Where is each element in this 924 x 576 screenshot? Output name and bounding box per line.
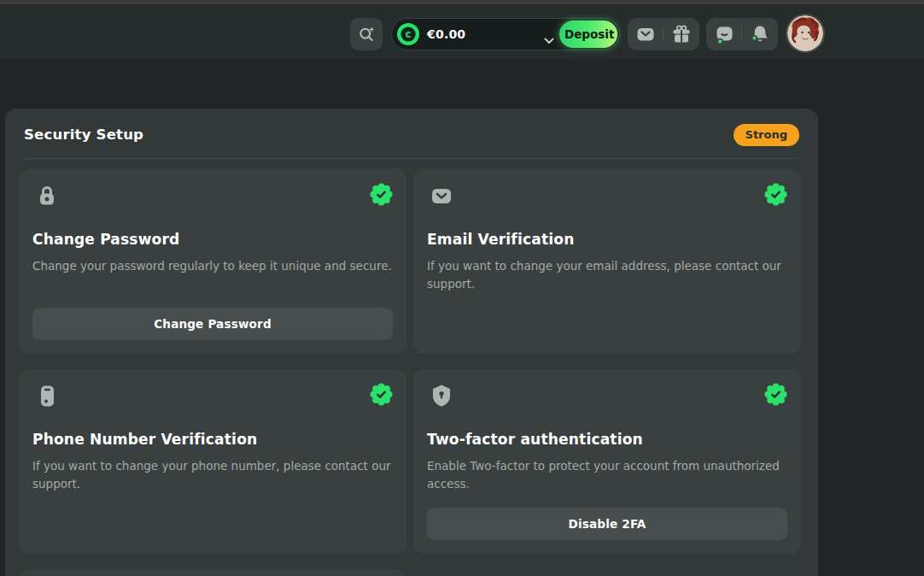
mail-button[interactable]: [628, 18, 663, 50]
bell-icon: [750, 24, 770, 44]
verified-badge-icon: [370, 183, 393, 206]
change-password-card: Change Password Change your password reg…: [19, 169, 406, 354]
chat-notifications-button-group: [706, 18, 778, 50]
change-password-button[interactable]: Change Password: [32, 308, 393, 340]
card-title: Phone Number Verification: [32, 431, 393, 448]
password-strength-badge: Strong: [734, 124, 799, 146]
two-factor-card: Two-factor authentication Enable Two-fac…: [413, 369, 801, 554]
card-description: If you want to change your phone number,…: [32, 457, 393, 494]
card-description: Change your password regularly to keep i…: [32, 257, 393, 275]
verified-badge-icon: [370, 383, 393, 406]
card-description: Enable Two-factor to protect your accoun…: [427, 457, 787, 494]
gift-icon: [671, 24, 692, 44]
mail-icon: [635, 24, 656, 44]
card-title: Two-factor authentication: [427, 431, 787, 448]
user-avatar[interactable]: [786, 14, 825, 53]
mail-gift-button-group: [628, 18, 699, 50]
disable-2fa-button[interactable]: Disable 2FA: [427, 508, 787, 540]
card-description: If you want to change your email address…: [427, 257, 787, 294]
chat-button[interactable]: [706, 18, 741, 50]
balance-amount: €0.00: [427, 27, 465, 41]
top-navigation-bar: c €0.00 Deposit: [0, 4, 924, 59]
svg-text:c: c: [406, 28, 412, 40]
search-button[interactable]: [350, 18, 383, 50]
verified-badge-icon: [764, 383, 787, 406]
gift-button[interactable]: [664, 18, 699, 50]
wallet-balance-selector[interactable]: c €0.00 Deposit: [391, 18, 620, 50]
section-divider: [24, 158, 799, 159]
verified-badge-icon: [764, 183, 787, 206]
shield-keyhole-icon: [429, 383, 454, 410]
coin-icon: c: [397, 23, 419, 45]
envelope-icon: [429, 183, 454, 210]
card-title: Email Verification: [427, 231, 787, 248]
deposit-button[interactable]: Deposit: [559, 21, 617, 48]
security-cards-grid: Change Password Change your password reg…: [19, 169, 801, 576]
chevron-down-icon: [544, 32, 554, 48]
security-setup-panel: Security Setup Strong: [5, 109, 818, 576]
email-verification-card: Email Verification If you want to change…: [413, 169, 801, 354]
lock-icon: [34, 183, 60, 210]
phone-icon: [34, 383, 60, 410]
chat-icon: [714, 24, 734, 44]
phone-verification-card: Phone Number Verification If you want to…: [19, 369, 406, 554]
search-icon: [358, 26, 376, 44]
partial-card: [19, 569, 406, 576]
card-title: Change Password: [32, 231, 393, 248]
notifications-button[interactable]: [742, 18, 777, 50]
page-title: Security Setup: [24, 126, 143, 143]
